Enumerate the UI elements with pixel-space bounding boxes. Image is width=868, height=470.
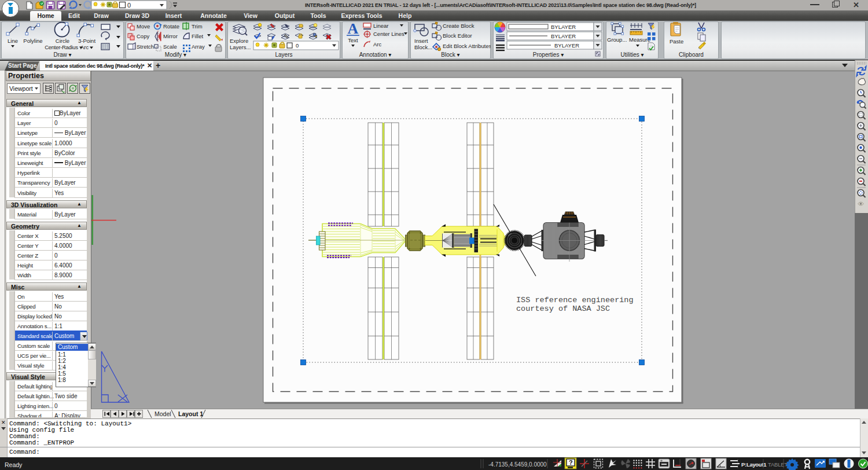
svg-text:BYLAYER: BYLAYER — [551, 24, 576, 30]
svg-text:Move: Move — [137, 23, 150, 30]
svg-text:Layout 1: Layout 1 — [178, 410, 203, 417]
svg-text:A: A — [348, 21, 359, 37]
svg-text:BYLAYER: BYLAYER — [554, 42, 579, 49]
svg-text:Center Lines: Center Lines — [373, 31, 404, 37]
svg-text:0: 0 — [127, 2, 131, 9]
svg-text:3-Point: 3-Point — [78, 38, 95, 44]
svg-text:Scale: Scale — [163, 43, 177, 50]
svg-text:Edit Block Attributes: Edit Block Attributes — [443, 43, 491, 49]
svg-text:Array: Array — [192, 43, 205, 50]
svg-text:Copy: Copy — [137, 33, 149, 39]
svg-text:ISS reference engineering: ISS reference engineering — [516, 296, 634, 304]
svg-text:BYLAYER: BYLAYER — [551, 33, 576, 39]
svg-text:Model: Model — [155, 410, 171, 417]
svg-text:Center-Radius: Center-Radius — [45, 44, 78, 50]
svg-text:Insert: Insert — [414, 38, 428, 44]
svg-text:Line: Line — [8, 38, 18, 44]
svg-text:Mirror: Mirror — [163, 33, 178, 39]
svg-text:Stretch: Stretch — [137, 43, 154, 50]
svg-text:Block Editor: Block Editor — [443, 32, 472, 39]
svg-text:Rotate: Rotate — [163, 23, 179, 30]
svg-text:?: ? — [569, 459, 573, 466]
svg-text:Polyline: Polyline — [23, 38, 42, 44]
svg-text:Circle: Circle — [56, 38, 69, 44]
svg-text:Linear: Linear — [373, 23, 388, 29]
svg-text:courtesy of NASA JSC: courtesy of NASA JSC — [516, 304, 610, 313]
svg-text:Fillet: Fillet — [192, 33, 203, 39]
svg-text:Arc: Arc — [80, 44, 89, 50]
svg-text:Explore: Explore — [230, 38, 248, 44]
svg-text:Measure: Measure — [629, 36, 650, 43]
svg-text:Create Block: Create Block — [443, 23, 475, 29]
svg-text:Layers...: Layers... — [230, 44, 251, 50]
svg-text:Text: Text — [348, 37, 358, 43]
svg-text:Arc: Arc — [373, 41, 382, 47]
svg-text:Block...: Block... — [414, 44, 432, 50]
svg-text:Trim: Trim — [192, 23, 203, 30]
svg-text:Paste: Paste — [670, 38, 683, 45]
svg-text:0: 0 — [296, 42, 299, 49]
svg-text:Group...: Group... — [607, 36, 627, 43]
